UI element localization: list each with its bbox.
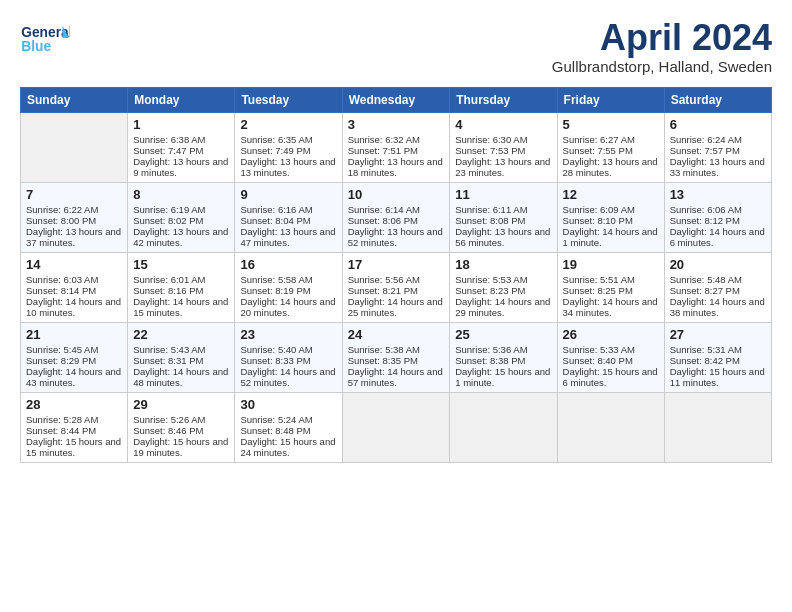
day-number: 16 <box>240 257 336 272</box>
day-number: 1 <box>133 117 229 132</box>
daylight-text: Daylight: 14 hours and 48 minutes. <box>133 366 229 388</box>
sunset-text: Sunset: 8:14 PM <box>26 285 122 296</box>
sunset-text: Sunset: 7:55 PM <box>563 145 659 156</box>
sunrise-text: Sunrise: 6:38 AM <box>133 134 229 145</box>
sunset-text: Sunset: 8:35 PM <box>348 355 445 366</box>
daylight-text: Daylight: 14 hours and 43 minutes. <box>26 366 122 388</box>
daylight-text: Daylight: 13 hours and 13 minutes. <box>240 156 336 178</box>
calendar-cell: 24Sunrise: 5:38 AMSunset: 8:35 PMDayligh… <box>342 322 450 392</box>
calendar-cell: 15Sunrise: 6:01 AMSunset: 8:16 PMDayligh… <box>128 252 235 322</box>
sunset-text: Sunset: 7:51 PM <box>348 145 445 156</box>
day-number: 15 <box>133 257 229 272</box>
sunset-text: Sunset: 8:33 PM <box>240 355 336 366</box>
sunrise-text: Sunrise: 6:27 AM <box>563 134 659 145</box>
calendar-cell: 4Sunrise: 6:30 AMSunset: 7:53 PMDaylight… <box>450 112 557 182</box>
sunset-text: Sunset: 7:49 PM <box>240 145 336 156</box>
sunset-text: Sunset: 8:12 PM <box>670 215 766 226</box>
sunrise-text: Sunrise: 5:48 AM <box>670 274 766 285</box>
sunrise-text: Sunrise: 5:43 AM <box>133 344 229 355</box>
weekday-header: Thursday <box>450 87 557 112</box>
calendar-cell: 14Sunrise: 6:03 AMSunset: 8:14 PMDayligh… <box>21 252 128 322</box>
title-block: April 2024 Gullbrandstorp, Halland, Swed… <box>552 18 772 75</box>
subtitle: Gullbrandstorp, Halland, Sweden <box>552 58 772 75</box>
calendar-cell: 12Sunrise: 6:09 AMSunset: 8:10 PMDayligh… <box>557 182 664 252</box>
weekday-header: Tuesday <box>235 87 342 112</box>
sunset-text: Sunset: 8:25 PM <box>563 285 659 296</box>
weekday-header: Friday <box>557 87 664 112</box>
sunrise-text: Sunrise: 5:33 AM <box>563 344 659 355</box>
sunrise-text: Sunrise: 6:11 AM <box>455 204 551 215</box>
day-number: 10 <box>348 187 445 202</box>
day-number: 13 <box>670 187 766 202</box>
calendar-cell: 3Sunrise: 6:32 AMSunset: 7:51 PMDaylight… <box>342 112 450 182</box>
sunset-text: Sunset: 8:06 PM <box>348 215 445 226</box>
sunset-text: Sunset: 8:40 PM <box>563 355 659 366</box>
daylight-text: Daylight: 13 hours and 47 minutes. <box>240 226 336 248</box>
day-number: 29 <box>133 397 229 412</box>
sunset-text: Sunset: 8:04 PM <box>240 215 336 226</box>
calendar-cell: 18Sunrise: 5:53 AMSunset: 8:23 PMDayligh… <box>450 252 557 322</box>
calendar-cell <box>664 392 771 462</box>
sunset-text: Sunset: 7:47 PM <box>133 145 229 156</box>
daylight-text: Daylight: 15 hours and 19 minutes. <box>133 436 229 458</box>
daylight-text: Daylight: 14 hours and 38 minutes. <box>670 296 766 318</box>
sunset-text: Sunset: 8:21 PM <box>348 285 445 296</box>
sunset-text: Sunset: 7:57 PM <box>670 145 766 156</box>
daylight-text: Daylight: 15 hours and 11 minutes. <box>670 366 766 388</box>
calendar-cell: 17Sunrise: 5:56 AMSunset: 8:21 PMDayligh… <box>342 252 450 322</box>
day-number: 9 <box>240 187 336 202</box>
daylight-text: Daylight: 13 hours and 33 minutes. <box>670 156 766 178</box>
sunset-text: Sunset: 8:27 PM <box>670 285 766 296</box>
calendar-cell: 2Sunrise: 6:35 AMSunset: 7:49 PMDaylight… <box>235 112 342 182</box>
calendar-week-row: 28Sunrise: 5:28 AMSunset: 8:44 PMDayligh… <box>21 392 772 462</box>
calendar-cell: 11Sunrise: 6:11 AMSunset: 8:08 PMDayligh… <box>450 182 557 252</box>
sunset-text: Sunset: 8:48 PM <box>240 425 336 436</box>
sunrise-text: Sunrise: 5:36 AM <box>455 344 551 355</box>
day-number: 8 <box>133 187 229 202</box>
day-number: 3 <box>348 117 445 132</box>
sunrise-text: Sunrise: 6:09 AM <box>563 204 659 215</box>
daylight-text: Daylight: 14 hours and 29 minutes. <box>455 296 551 318</box>
daylight-text: Daylight: 13 hours and 9 minutes. <box>133 156 229 178</box>
sunset-text: Sunset: 8:44 PM <box>26 425 122 436</box>
sunset-text: Sunset: 8:00 PM <box>26 215 122 226</box>
daylight-text: Daylight: 14 hours and 57 minutes. <box>348 366 445 388</box>
calendar-cell: 1Sunrise: 6:38 AMSunset: 7:47 PMDaylight… <box>128 112 235 182</box>
sunrise-text: Sunrise: 6:16 AM <box>240 204 336 215</box>
daylight-text: Daylight: 13 hours and 52 minutes. <box>348 226 445 248</box>
daylight-text: Daylight: 14 hours and 34 minutes. <box>563 296 659 318</box>
day-number: 17 <box>348 257 445 272</box>
sunrise-text: Sunrise: 6:14 AM <box>348 204 445 215</box>
sunset-text: Sunset: 8:46 PM <box>133 425 229 436</box>
page: General Blue April 2024 Gullbrandstorp, … <box>0 0 792 612</box>
sunrise-text: Sunrise: 6:35 AM <box>240 134 336 145</box>
calendar-cell: 27Sunrise: 5:31 AMSunset: 8:42 PMDayligh… <box>664 322 771 392</box>
sunset-text: Sunset: 7:53 PM <box>455 145 551 156</box>
day-number: 6 <box>670 117 766 132</box>
calendar-week-row: 1Sunrise: 6:38 AMSunset: 7:47 PMDaylight… <box>21 112 772 182</box>
calendar-cell: 22Sunrise: 5:43 AMSunset: 8:31 PMDayligh… <box>128 322 235 392</box>
sunset-text: Sunset: 8:23 PM <box>455 285 551 296</box>
calendar-cell: 8Sunrise: 6:19 AMSunset: 8:02 PMDaylight… <box>128 182 235 252</box>
sunrise-text: Sunrise: 5:58 AM <box>240 274 336 285</box>
day-number: 27 <box>670 327 766 342</box>
sunrise-text: Sunrise: 6:01 AM <box>133 274 229 285</box>
day-number: 26 <box>563 327 659 342</box>
weekday-header: Wednesday <box>342 87 450 112</box>
day-number: 23 <box>240 327 336 342</box>
day-number: 4 <box>455 117 551 132</box>
sunrise-text: Sunrise: 5:40 AM <box>240 344 336 355</box>
sunrise-text: Sunrise: 5:24 AM <box>240 414 336 425</box>
sunrise-text: Sunrise: 6:24 AM <box>670 134 766 145</box>
sunset-text: Sunset: 8:31 PM <box>133 355 229 366</box>
calendar-cell: 16Sunrise: 5:58 AMSunset: 8:19 PMDayligh… <box>235 252 342 322</box>
day-number: 14 <box>26 257 122 272</box>
calendar-cell: 28Sunrise: 5:28 AMSunset: 8:44 PMDayligh… <box>21 392 128 462</box>
calendar-cell: 9Sunrise: 6:16 AMSunset: 8:04 PMDaylight… <box>235 182 342 252</box>
calendar-cell: 23Sunrise: 5:40 AMSunset: 8:33 PMDayligh… <box>235 322 342 392</box>
sunset-text: Sunset: 8:19 PM <box>240 285 336 296</box>
daylight-text: Daylight: 14 hours and 15 minutes. <box>133 296 229 318</box>
logo-icon: General Blue <box>20 18 70 58</box>
header: General Blue April 2024 Gullbrandstorp, … <box>20 18 772 75</box>
sunset-text: Sunset: 8:02 PM <box>133 215 229 226</box>
